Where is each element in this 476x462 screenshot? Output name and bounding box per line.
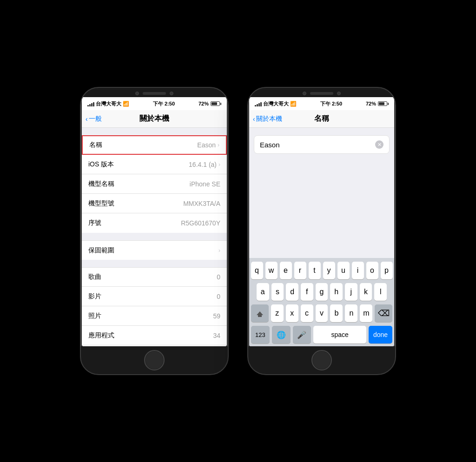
phone-top-bar-1 [81, 88, 228, 97]
row-model-name: 機型名稱 iPhone SE [82, 174, 227, 194]
row-warranty-label: 保固範圍 [88, 246, 114, 255]
delete-key[interactable]: ⌫ [375, 304, 392, 322]
space-key[interactable]: space [313, 326, 366, 343]
key-g[interactable]: g [316, 283, 328, 301]
status-left-1: 台灣大哥大 📶 [87, 100, 129, 107]
signal-bar-2-4 [260, 102, 262, 106]
row-model-name-label: 機型名稱 [88, 180, 114, 188]
key-o[interactable]: o [366, 262, 378, 279]
battery-percent-2: 72% [366, 101, 376, 106]
battery-percent-1: 72% [198, 101, 209, 106]
numbers-key[interactable]: 123 [251, 326, 270, 343]
name-input-value: Eason [260, 141, 280, 149]
globe-key[interactable]: 🌐 [272, 326, 291, 343]
key-w[interactable]: w [265, 262, 278, 279]
key-x[interactable]: x [286, 304, 298, 322]
row-serial: 序號 R5G601670Y [82, 213, 227, 233]
row-name-text: Eason [197, 141, 216, 149]
key-i[interactable]: i [352, 262, 364, 279]
status-bar-2: 台灣大哥大 📶 下午 2:50 72% [249, 97, 394, 110]
row-apps: 應用程式 34 [82, 326, 227, 345]
keyboard-row-2: a s d f g h j k l [251, 283, 392, 301]
key-a[interactable]: a [257, 283, 269, 301]
key-s[interactable]: s [271, 283, 284, 301]
battery-tip-2 [388, 103, 389, 105]
row-videos-value: 0 [217, 293, 220, 300]
mic-key[interactable]: 🎤 [293, 326, 311, 343]
home-button-1[interactable] [144, 350, 165, 370]
name-screen-content: Eason ✕ q w e r t y u i o p [249, 128, 394, 346]
key-r[interactable]: r [294, 262, 306, 279]
key-y[interactable]: y [323, 262, 335, 279]
back-button-1[interactable]: ‹ 一般 [86, 115, 102, 123]
key-n[interactable]: n [345, 304, 357, 322]
key-f[interactable]: f [301, 283, 313, 301]
keyboard-row-3: z x c v b n m ⌫ [251, 304, 392, 322]
battery-tip-1 [220, 103, 221, 105]
row-photos: 照片 59 [82, 306, 227, 326]
phone-2: 台灣大哥大 📶 下午 2:50 72% ‹ 關於本機 名稱 [247, 87, 396, 375]
battery-fill-1 [212, 102, 217, 105]
key-b[interactable]: b [330, 304, 343, 322]
row-name[interactable]: 名稱 Eason › [82, 135, 227, 155]
shift-key[interactable] [251, 304, 269, 322]
time-1: 下午 2:50 [153, 100, 175, 107]
row-model-num-value: MMXK3TA/A [183, 200, 220, 207]
shift-icon [257, 311, 263, 315]
signal-bar-2-2 [257, 104, 258, 106]
phone-screen-2: 台灣大哥大 📶 下午 2:50 72% ‹ 關於本機 名稱 [249, 97, 394, 346]
row-warranty-chevron: › [218, 247, 220, 254]
key-d[interactable]: d [286, 283, 298, 301]
row-songs-value: 0 [217, 273, 220, 281]
key-c[interactable]: c [301, 304, 313, 322]
key-z[interactable]: z [271, 304, 284, 322]
done-key[interactable]: done [369, 326, 392, 343]
key-p[interactable]: p [381, 262, 393, 279]
key-e[interactable]: e [280, 262, 292, 279]
status-bar-1: 台灣大哥大 📶 下午 2:50 72% [82, 97, 227, 110]
key-m[interactable]: m [360, 304, 372, 322]
nav-bar-1: ‹ 一般 關於本機 [82, 110, 227, 128]
key-t[interactable]: t [309, 262, 321, 279]
phone-screen-1: 台灣大哥大 📶 下午 2:50 72% ‹ 一般 關於本機 [82, 97, 227, 346]
row-apps-label: 應用程式 [88, 331, 114, 340]
wifi-icon-1: 📶 [123, 101, 129, 107]
key-l[interactable]: l [374, 283, 387, 301]
back-chevron-2: ‹ [253, 115, 255, 123]
clear-input-button[interactable]: ✕ [375, 140, 383, 149]
row-model-name-text: iPhone SE [190, 180, 220, 188]
row-songs-text: 0 [217, 273, 220, 281]
delete-icon: ⌫ [378, 308, 390, 318]
speaker-grille-2 [310, 92, 333, 95]
wifi-icon-2: 📶 [290, 101, 297, 107]
row-serial-value: R5G601670Y [181, 219, 220, 227]
name-input-container[interactable]: Eason ✕ [254, 135, 390, 154]
row-ios-label: iOS 版本 [88, 160, 114, 169]
key-u[interactable]: u [337, 262, 350, 279]
row-ios[interactable]: iOS 版本 16.4.1 (a) › [82, 155, 227, 174]
key-j[interactable]: j [345, 283, 357, 301]
back-chevron-1: ‹ [86, 115, 88, 123]
row-model-num-label: 機型型號 [88, 199, 114, 208]
row-serial-text: R5G601670Y [181, 219, 220, 227]
signal-bar-3 [91, 103, 93, 106]
row-model-name-value: iPhone SE [190, 180, 220, 188]
home-button-2[interactable] [311, 350, 332, 370]
phone-top-bar-2 [248, 88, 395, 97]
row-warranty[interactable]: 保固範圍 › [82, 240, 227, 260]
key-v[interactable]: v [316, 304, 328, 322]
key-k[interactable]: k [360, 283, 372, 301]
back-button-2[interactable]: ‹ 關於本機 [253, 115, 282, 123]
row-serial-label: 序號 [88, 219, 101, 227]
key-h[interactable]: h [330, 283, 343, 301]
status-right-2: 72% [366, 101, 389, 106]
signal-bars-1 [87, 101, 94, 106]
row-videos: 影片 0 [82, 287, 227, 306]
nav-bar-2: ‹ 關於本機 名稱 [249, 110, 394, 128]
row-videos-text: 0 [217, 293, 220, 300]
key-q[interactable]: q [251, 262, 263, 279]
nav-title-1: 關於本機 [139, 114, 169, 124]
carrier-1: 台灣大哥大 [96, 100, 121, 107]
settings-content-1: 名稱 Eason › iOS 版本 16.4.1 (a) › 機型名稱 [82, 128, 227, 346]
settings-group-1: 名稱 Eason › iOS 版本 16.4.1 (a) › 機型名稱 [82, 135, 227, 233]
